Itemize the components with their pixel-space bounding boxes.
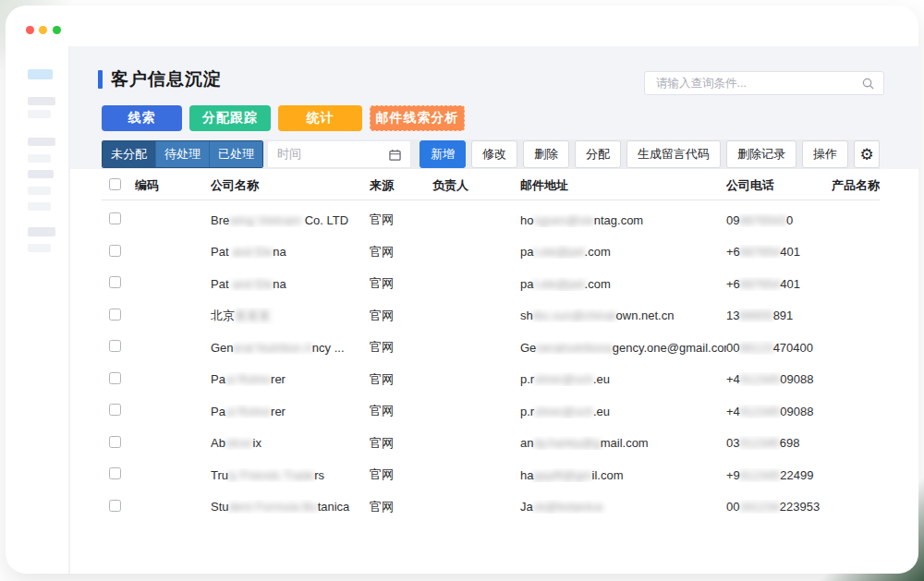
cell-email: happytft@gmil.com <box>520 468 726 482</box>
row-checkbox[interactable] <box>109 245 121 257</box>
sidebar-skeleton-bar <box>28 170 54 178</box>
cell-email: p.rohrer@sch.eu <box>520 372 726 386</box>
table-body: Brewing Vietnam Co. LTD 官网 hongsen@vient… <box>102 204 880 523</box>
sidebar-skeleton-bar <box>28 138 55 146</box>
cell-email: andy.harley@gmail.com <box>520 436 726 450</box>
cell-phone: 03912345698 <box>726 436 832 450</box>
sidebar-skeleton-bar <box>28 202 51 211</box>
tab-processed[interactable]: 已处理 <box>209 141 262 167</box>
operate-button[interactable]: 操作 <box>802 140 848 168</box>
cell-phone: +6687654401 <box>726 245 832 259</box>
status-tabs: 未分配 待处理 已处理 <box>102 140 263 168</box>
sidebar-skeleton-bar <box>28 244 51 252</box>
sidebar-skeleton-bar <box>28 69 53 79</box>
delete-record-button[interactable]: 删除记录 <box>726 140 796 168</box>
cell-company: Pat and Elena <box>211 277 370 291</box>
toolbar: 未分配 待处理 已处理 时间 新增 修改 删除 分配 生成留言代码 删除记录 操… <box>102 139 880 169</box>
search-box[interactable] <box>644 71 884 95</box>
cell-company: Paul Rohrerer <box>211 372 370 386</box>
cell-company: Paul Rohrerer <box>211 405 370 418</box>
cell-email: shibo.sun@chinatown.net.cn <box>520 309 726 322</box>
table-row: Pat and Elena 官网 pat.ele@pel.com +668765… <box>102 268 880 300</box>
sidebar-skeleton-bar <box>28 187 51 195</box>
tab-unassigned[interactable]: 未分配 <box>103 141 155 167</box>
col-phone: 公司电话 <box>726 177 832 194</box>
settings-button[interactable]: ⚙ <box>854 140 880 168</box>
row-checkbox[interactable] <box>109 467 121 479</box>
cell-source: 官网 <box>370 212 432 228</box>
row-checkbox[interactable] <box>109 404 121 416</box>
title-accent-bar <box>98 70 103 89</box>
delete-button[interactable]: 删除 <box>523 140 569 168</box>
nav-button-email-analysis[interactable]: 邮件线索分析 <box>370 105 465 131</box>
row-checkbox[interactable] <box>109 276 121 288</box>
generate-code-button[interactable]: 生成留言代码 <box>626 140 721 168</box>
cell-phone: 00341234223953 <box>726 500 832 514</box>
cell-phone: +6687654401 <box>726 277 832 291</box>
sidebar-skeleton-bar <box>28 110 51 118</box>
row-checkbox[interactable] <box>109 340 121 352</box>
cell-email: Generalnutritionagency.one@gmail.com <box>520 341 726 355</box>
close-window-icon[interactable] <box>26 26 34 34</box>
cell-email: Jack@botanica <box>520 500 726 514</box>
cell-company: Student Formula Botanica <box>211 500 370 514</box>
search-input[interactable] <box>654 76 862 91</box>
row-checkbox[interactable] <box>109 500 121 512</box>
row-checkbox[interactable] <box>109 309 121 321</box>
minimize-window-icon[interactable] <box>39 26 47 34</box>
table-row: Paul Rohrerer 官网 p.rohrer@sch.eu +491234… <box>102 364 880 396</box>
col-company: 公司名称 <box>211 177 370 194</box>
cell-source: 官网 <box>370 403 432 419</box>
maximize-window-icon[interactable] <box>53 26 61 34</box>
table-row: Abotronix 官网 andy.harley@gmail.com 03912… <box>102 428 880 460</box>
assign-button[interactable]: 分配 <box>575 140 621 168</box>
nav-button-assign-track[interactable]: 分配跟踪 <box>189 105 271 131</box>
cell-company: Abotronix <box>211 436 370 450</box>
cell-phone: +491234509088 <box>726 372 832 386</box>
col-email: 邮件地址 <box>520 177 726 194</box>
cell-email: p.rohrer@sch.eu <box>520 405 726 418</box>
cell-source: 官网 <box>370 275 432 292</box>
cell-company: Brewing Vietnam Co. LTD <box>211 213 370 227</box>
gear-icon: ⚙ <box>859 145 873 164</box>
nav-button-statistics[interactable]: 统计 <box>278 105 362 131</box>
action-buttons: 新增 修改 删除 分配 生成留言代码 删除记录 操作 ⚙ <box>419 140 880 168</box>
sidebar-skeleton-bar <box>28 227 55 236</box>
calendar-icon[interactable] <box>389 149 401 161</box>
select-all-checkbox[interactable] <box>109 178 121 190</box>
cell-phone: 0088123470400 <box>726 341 832 355</box>
col-product: 产品名称 <box>832 177 880 194</box>
cell-source: 官网 <box>370 371 432 388</box>
cell-source: 官网 <box>370 244 432 260</box>
search-icon[interactable] <box>862 78 874 90</box>
col-code: 编码 <box>135 177 211 194</box>
nav-button-clues[interactable]: 线索 <box>102 105 182 131</box>
cell-company: Pat and Elena <box>211 245 370 259</box>
table-header: 编码 公司名称 来源 负责人 邮件地址 公司电话 产品名称 <box>102 172 880 200</box>
row-checkbox[interactable] <box>109 372 121 384</box>
cell-company: 北京某某某 <box>211 308 370 324</box>
col-source: 来源 <box>370 177 432 194</box>
cell-phone: +981234522499 <box>726 468 832 482</box>
cell-source: 官网 <box>370 435 432 452</box>
col-owner: 负责人 <box>432 177 520 194</box>
date-filter-input[interactable]: 时间 <box>267 140 411 168</box>
cell-source: 官网 <box>370 308 432 324</box>
tab-pending[interactable]: 待处理 <box>155 141 209 167</box>
sidebar-skeleton-bar <box>28 154 51 163</box>
row-checkbox[interactable] <box>109 212 121 224</box>
cell-email: hongsen@vientag.com <box>520 213 726 227</box>
date-placeholder: 时间 <box>277 146 301 163</box>
cell-source: 官网 <box>370 339 432 356</box>
sidebar-skeleton-bar <box>28 97 55 105</box>
table-row: Pat and Elena 官网 pat.ele@pel.com +668765… <box>102 236 880 269</box>
table-row: Brewing Vietnam Co. LTD 官网 hongsen@vient… <box>102 204 880 236</box>
row-checkbox[interactable] <box>109 436 121 448</box>
table-row: 北京某某某 官网 shibo.sun@chinatown.net.cn 1366… <box>102 300 880 333</box>
cell-email: pat.ele@pel.com <box>520 245 726 259</box>
add-button[interactable]: 新增 <box>419 140 466 168</box>
table-row: Paul Rohrerer 官网 p.rohrer@sch.eu +491234… <box>102 395 880 428</box>
table-row: General Nutrition Ancy ... 官网 Generalnut… <box>102 332 880 364</box>
customer-table: 编码 公司名称 来源 负责人 邮件地址 公司电话 产品名称 Brewing Vi… <box>102 172 880 523</box>
edit-button[interactable]: 修改 <box>471 140 517 168</box>
